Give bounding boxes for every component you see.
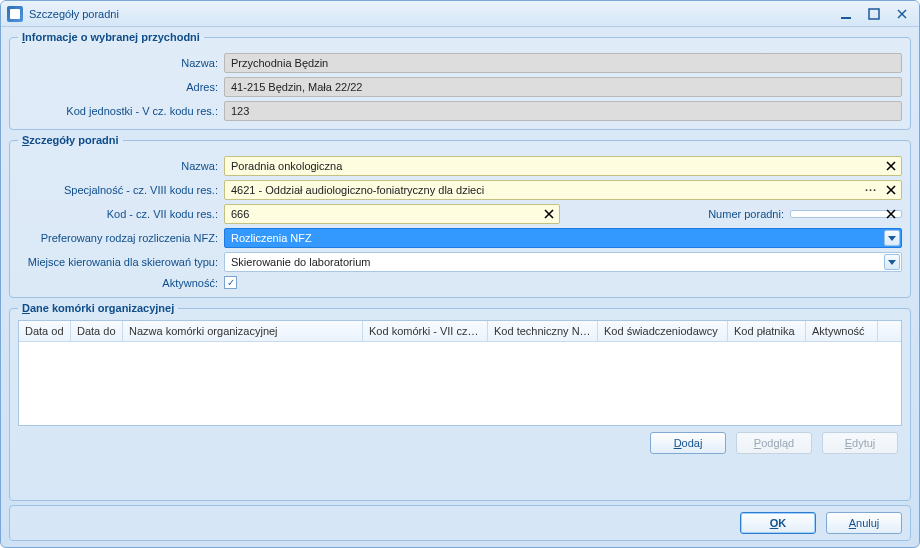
window-controls bbox=[835, 6, 913, 22]
org-table: Data odData doNazwa komórki organizacyjn… bbox=[18, 320, 902, 426]
cancel-button[interactable]: Anuluj bbox=[826, 512, 902, 534]
label-adres: Adres: bbox=[18, 81, 218, 93]
preview-button[interactable]: Podgląd bbox=[736, 432, 812, 454]
combo-miejsce[interactable]: Skierowanie do laboratorium bbox=[224, 252, 902, 272]
table-body bbox=[19, 342, 901, 425]
table-column-header[interactable]: Kod techniczny NFZ bbox=[488, 321, 598, 341]
table-column-header[interactable]: Aktywność bbox=[806, 321, 878, 341]
label-miejsce: Miejsce kierowania dla skierowań typu: bbox=[18, 256, 218, 268]
table-column-header[interactable]: Data od bbox=[19, 321, 71, 341]
minimize-button[interactable] bbox=[835, 6, 857, 22]
table-column-header[interactable]: Data do bbox=[71, 321, 123, 341]
input-det-spec[interactable]: 4621 - Oddział audiologiczno-foniatryczn… bbox=[224, 180, 902, 200]
label-det-nazwa: Nazwa: bbox=[18, 160, 218, 172]
group-org-unit: Dane komórki organizacyjnej Data odData … bbox=[9, 302, 911, 501]
field-nazwa: Przychodnia Będzin bbox=[224, 53, 902, 73]
app-icon bbox=[7, 6, 23, 22]
label-numer-poradni: Numer poradni: bbox=[684, 208, 784, 220]
more-icon[interactable]: ··· bbox=[862, 183, 880, 197]
input-det-nazwa[interactable]: Poradnia onkologiczna bbox=[224, 156, 902, 176]
clear-icon[interactable] bbox=[542, 207, 556, 221]
svg-marker-12 bbox=[888, 236, 896, 241]
combo-rozliczenie[interactable]: Rozliczenia NFZ bbox=[224, 228, 902, 248]
table-column-header[interactable]: Kod świadczeniodawcy bbox=[598, 321, 728, 341]
field-kod-jednostki: 123 bbox=[224, 101, 902, 121]
clear-icon[interactable] bbox=[884, 183, 898, 197]
group-clinic-details-legend: Szczegóły poradni bbox=[22, 134, 119, 146]
close-button[interactable] bbox=[891, 6, 913, 22]
table-column-header[interactable]: Kod płatnika bbox=[728, 321, 806, 341]
clear-icon[interactable] bbox=[884, 159, 898, 173]
group-clinic-info: Informacje o wybranej przychodni Nazwa: … bbox=[9, 31, 911, 130]
ok-button[interactable]: OK bbox=[740, 512, 816, 534]
window-frame: Szczegóły poradni Informacje o wybranej … bbox=[0, 0, 920, 548]
titlebar: Szczegóły poradni bbox=[1, 1, 919, 27]
maximize-button[interactable] bbox=[863, 6, 885, 22]
input-det-kod[interactable]: 666 bbox=[224, 204, 560, 224]
label-aktywnosc: Aktywność: bbox=[18, 277, 218, 289]
table-column-header[interactable]: Kod komórki - VII cz. kod.. bbox=[363, 321, 488, 341]
svg-rect-1 bbox=[869, 9, 879, 19]
edit-button[interactable]: Edytuj bbox=[822, 432, 898, 454]
checkbox-aktywnosc[interactable] bbox=[224, 276, 237, 289]
table-column-header[interactable]: Nazwa komórki organizacyjnej bbox=[123, 321, 363, 341]
svg-rect-0 bbox=[841, 17, 851, 19]
clear-icon[interactable] bbox=[884, 207, 898, 221]
label-det-spec: Specjalność - cz. VIII kodu res.: bbox=[18, 184, 218, 196]
dialog-button-bar: OK Anuluj bbox=[9, 505, 911, 541]
group-org-unit-legend: Dane komórki organizacyjnej bbox=[22, 302, 174, 314]
group-clinic-info-legend: Informacje o wybranej przychodni bbox=[22, 31, 200, 43]
label-nazwa: Nazwa: bbox=[18, 57, 218, 69]
svg-marker-13 bbox=[888, 260, 896, 265]
field-adres: 41-215 Będzin, Mała 22/22 bbox=[224, 77, 902, 97]
label-det-kod: Kod - cz. VII kodu res.: bbox=[18, 208, 218, 220]
chevron-down-icon[interactable] bbox=[884, 230, 900, 246]
chevron-down-icon[interactable] bbox=[884, 254, 900, 270]
label-kod-jednostki: Kod jednostki - V cz. kodu res.: bbox=[18, 105, 218, 117]
group-clinic-details: Szczegóły poradni Nazwa: Poradnia onkolo… bbox=[9, 134, 911, 298]
label-rozliczenie: Preferowany rodzaj rozliczenia NFZ: bbox=[18, 232, 218, 244]
window-title: Szczegóły poradni bbox=[29, 8, 119, 20]
add-button[interactable]: Dodaj bbox=[650, 432, 726, 454]
table-header: Data odData doNazwa komórki organizacyjn… bbox=[19, 321, 901, 342]
